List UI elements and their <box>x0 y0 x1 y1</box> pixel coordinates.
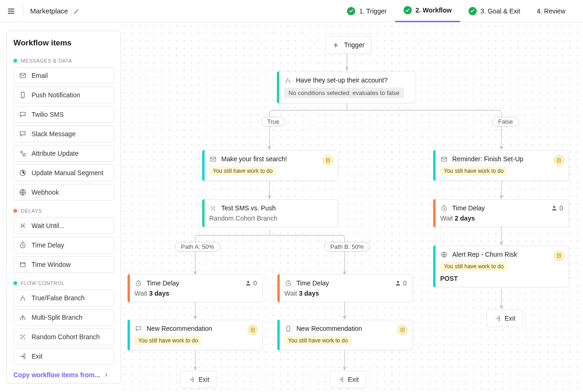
step-trigger[interactable]: 1. Trigger <box>339 0 395 22</box>
item-update-segment[interactable]: Update Manual Segment <box>13 164 114 181</box>
trigger-node[interactable]: Trigger <box>325 36 372 54</box>
mail-icon <box>19 71 27 80</box>
item-push[interactable]: Push Notification <box>13 87 114 103</box>
participant-count: 0 <box>551 204 563 212</box>
group-dot <box>13 209 17 213</box>
item-webhook[interactable]: Webhook <box>13 184 114 201</box>
push-node-rec-b[interactable]: New Recommendation You still have work t… <box>277 320 413 350</box>
wizard-steps: 1. Trigger 2. Workflow 3. Goal & Exit 4.… <box>339 0 574 22</box>
item-label: Twilio SMS <box>32 111 64 118</box>
segment-icon <box>19 169 27 177</box>
sms-icon <box>19 110 27 119</box>
item-label: Time Delay <box>32 241 64 249</box>
divider <box>23 5 24 18</box>
sms-icon <box>135 325 142 332</box>
timer-icon <box>284 279 292 287</box>
node-title: Make your first search! <box>221 155 287 163</box>
exit-label: Exit <box>348 376 359 383</box>
chevron-right-icon <box>103 372 109 378</box>
exit-node-false[interactable]: Exit <box>487 310 523 327</box>
step-workflow[interactable]: 2. Workflow <box>395 0 460 22</box>
svg-marker-32 <box>193 367 197 371</box>
node-title: Reminder: Finish Set-Up <box>452 155 523 163</box>
node-title: Time Delay <box>452 204 485 212</box>
copy-workflow-link[interactable]: Copy workflow items from... <box>13 367 114 379</box>
multisplit-icon <box>19 313 27 322</box>
wait-text: Wait 3 days <box>284 290 406 297</box>
item-email[interactable]: Email <box>13 67 114 84</box>
exit-node-a[interactable]: Exit <box>180 371 217 388</box>
split-icon <box>284 76 291 84</box>
svg-marker-19 <box>500 146 503 150</box>
item-label: Time Window <box>32 261 70 268</box>
page-title: Marketplace <box>30 7 68 15</box>
condition-status: No conditions selected: evaluates to fal… <box>284 88 404 98</box>
workflow-canvas[interactable]: Trigger Have they set-up their account? … <box>121 22 583 392</box>
item-label: Exit <box>32 353 42 360</box>
item-attribute-update[interactable]: Attribute Update <box>13 145 114 162</box>
item-label: Webhook <box>32 189 59 196</box>
step-review[interactable]: 4. Review <box>529 0 574 22</box>
item-slack[interactable]: Slack Message <box>13 126 114 142</box>
work-tag: You still have work to do <box>440 166 507 176</box>
item-label: Update Manual Segment <box>32 169 103 177</box>
email-node-false[interactable]: Reminder: Finish Set-Up You still have w… <box>433 150 569 181</box>
step-label: 4. Review <box>537 7 565 15</box>
phone-icon <box>284 325 292 332</box>
note-icon[interactable] <box>397 325 408 335</box>
item-time-delay[interactable]: Time Delay <box>13 237 114 253</box>
item-label: Attribute Update <box>32 150 78 157</box>
node-title: Trigger <box>344 41 365 49</box>
window-icon <box>19 260 27 269</box>
item-true-false-branch[interactable]: True/False Branch <box>13 290 114 306</box>
item-time-window[interactable]: Time Window <box>13 256 114 273</box>
svg-marker-30 <box>343 316 346 320</box>
item-random-cohort[interactable]: Random Cohort Branch <box>13 329 114 345</box>
item-exit[interactable]: Exit <box>13 348 114 365</box>
step-label: 1. Trigger <box>359 7 386 15</box>
node-subtitle: Random Cohort Branch <box>209 215 331 222</box>
exit-icon <box>338 376 344 383</box>
node-title: New Recommendation <box>296 325 362 332</box>
node-title: Time Delay <box>147 279 179 287</box>
node-title: New Recommendation <box>147 325 212 332</box>
node-title: Time Delay <box>296 279 329 287</box>
note-icon[interactable] <box>554 155 564 165</box>
exit-node-b[interactable]: Exit <box>330 371 366 388</box>
sms-icon <box>19 130 27 138</box>
webhook-node[interactable]: Alert Rep - Churn Risk You still have wo… <box>433 246 569 287</box>
group-dot <box>13 281 17 285</box>
delay-node-b[interactable]: 0 Time Delay Wait 3 days <box>277 274 413 302</box>
exit-label: Exit <box>199 376 209 383</box>
group-flow-control: FLOW CONTROL <box>13 280 114 286</box>
sidebar-heading: Workflow items <box>13 38 114 48</box>
item-multi-split[interactable]: Multi-Split Branch <box>13 309 114 326</box>
timer-icon <box>19 241 27 249</box>
workflow-items-panel: Workflow items MESSAGES & DATA Email Pus… <box>6 31 121 384</box>
svg-marker-14 <box>345 67 349 71</box>
phone-icon <box>19 91 27 99</box>
note-icon[interactable] <box>248 325 258 335</box>
condition-node[interactable]: Have they set-up their account? No condi… <box>277 71 416 103</box>
note-icon[interactable] <box>323 155 333 165</box>
email-node-true[interactable]: Make your first search! You still have w… <box>202 150 338 181</box>
step-goal-exit[interactable]: 3. Goal & Exit <box>460 0 529 22</box>
delay-node-false[interactable]: 0 Time Delay Wait 2 days <box>433 199 569 227</box>
check-icon <box>468 7 477 15</box>
mail-icon <box>440 155 448 163</box>
step-label: 3. Goal & Exit <box>480 7 520 15</box>
edit-title-icon[interactable] <box>73 7 80 15</box>
bolt-icon <box>332 41 340 49</box>
menu-icon[interactable] <box>6 6 17 17</box>
item-label: Multi-Split Branch <box>32 314 83 321</box>
node-title: Test SMS vs. Push <box>221 204 275 212</box>
item-twilio-sms[interactable]: Twilio SMS <box>13 106 114 123</box>
note-icon[interactable] <box>554 251 564 261</box>
item-wait-until[interactable]: Wait Until... <box>13 217 114 234</box>
random-cohort-node[interactable]: Test SMS vs. Push Random Cohort Branch <box>202 199 338 227</box>
step-label: 2. Workflow <box>416 6 452 14</box>
delay-node-a[interactable]: 0 Time Delay Wait 3 days <box>128 274 263 302</box>
item-label: True/False Branch <box>32 294 85 302</box>
sms-node-rec-a[interactable]: New Recommendation You still have work t… <box>128 320 263 350</box>
random-icon <box>209 204 217 212</box>
